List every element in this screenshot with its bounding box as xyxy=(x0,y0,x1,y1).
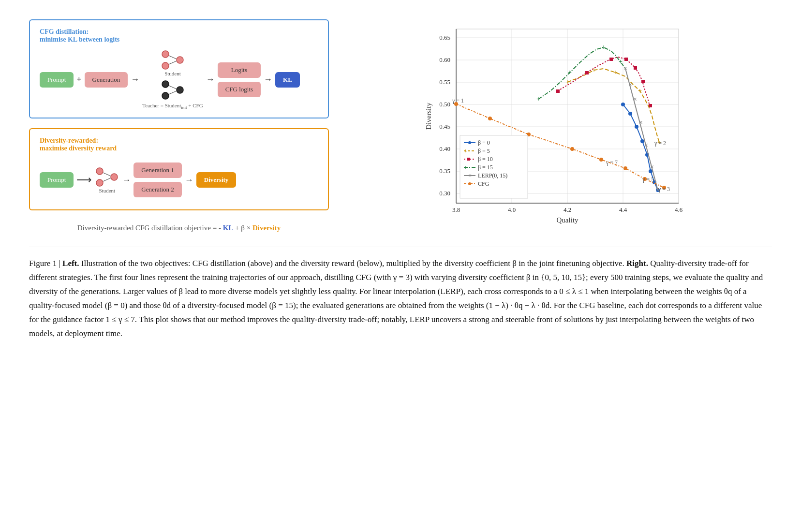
caption-left-bold: Left. xyxy=(62,259,79,268)
div-prompt-node: Prompt xyxy=(40,172,74,188)
svg-point-79 xyxy=(488,117,492,120)
svg-line-9 xyxy=(169,91,177,94)
svg-text:β = 10: β = 10 xyxy=(478,156,493,163)
svg-text:+: + xyxy=(568,69,572,76)
svg-rect-59 xyxy=(556,89,560,93)
caption-label: Figure 1 | xyxy=(29,259,60,268)
svg-rect-60 xyxy=(585,71,589,74)
svg-text:γ = 1: γ = 1 xyxy=(452,97,464,104)
svg-line-13 xyxy=(103,173,111,176)
cfg-cfglogits-node: CFG logits xyxy=(218,82,261,97)
svg-text:0.65: 0.65 xyxy=(439,34,450,41)
objective-diversity: Diversity xyxy=(252,224,281,232)
div-student-label: Student xyxy=(99,188,115,193)
cfg-generation-node: Generation xyxy=(85,72,128,88)
svg-text:0.30: 0.30 xyxy=(439,190,450,197)
svg-point-48 xyxy=(635,125,638,129)
div-gen2-node: Generation 2 xyxy=(134,182,182,197)
svg-text:4.2: 4.2 xyxy=(564,206,571,213)
svg-text:+: + xyxy=(614,69,618,76)
student-neural-icon xyxy=(161,49,185,71)
diversity-title: Diversity-rewarded: maximise diversity r… xyxy=(40,137,318,152)
svg-point-81 xyxy=(570,147,574,151)
cfg-arrow3: → xyxy=(264,74,272,85)
svg-text:Quality: Quality xyxy=(557,216,578,224)
svg-text:0.50: 0.50 xyxy=(439,101,450,108)
cfg-diagram-inner: Prompt + Generation → xyxy=(40,49,318,110)
svg-text:0.45: 0.45 xyxy=(439,123,450,130)
svg-text:+: + xyxy=(464,163,467,171)
svg-point-108 xyxy=(468,182,471,185)
svg-rect-65 xyxy=(649,104,652,107)
svg-text:γ = 2: γ = 2 xyxy=(654,140,666,147)
diversity-diagram-inner: Prompt ⟶ Student → Generation 1 xyxy=(40,158,318,202)
svg-text:×: × xyxy=(633,96,637,103)
svg-text:+: + xyxy=(619,58,623,65)
objective-line: Diversity-rewarded CFG distillation obje… xyxy=(29,224,329,232)
svg-point-7 xyxy=(177,87,183,93)
svg-point-0 xyxy=(162,51,169,58)
svg-text:+: + xyxy=(536,95,540,103)
svg-point-11 xyxy=(96,179,103,186)
svg-text:0.60: 0.60 xyxy=(439,56,450,63)
svg-point-47 xyxy=(628,112,632,116)
svg-text:β = 5: β = 5 xyxy=(478,148,490,154)
svg-text:γ = 3: γ = 3 xyxy=(658,186,670,192)
svg-text:γ = 5: γ = 5 xyxy=(642,176,654,183)
diversity-subtitle: maximise diversity reward xyxy=(40,145,117,152)
svg-text:×: × xyxy=(623,65,627,72)
svg-line-3 xyxy=(169,56,177,59)
teacher-neural-icon xyxy=(161,79,185,101)
svg-point-83 xyxy=(623,166,627,170)
svg-rect-99 xyxy=(467,158,470,161)
objective-text-mid: + β × xyxy=(235,224,251,232)
svg-text:β = 15: β = 15 xyxy=(478,164,493,171)
cfg-neural-col: Student Teacher = Studentinit + CFG xyxy=(142,49,203,110)
svg-text:×: × xyxy=(650,163,654,171)
svg-text:4.6: 4.6 xyxy=(675,206,683,213)
div-diversity-node: Diversity xyxy=(196,172,237,188)
caption-left-text: Illustration of the two objectives: CFG … xyxy=(79,259,624,268)
svg-text:×: × xyxy=(644,142,648,149)
svg-text:0.40: 0.40 xyxy=(439,145,450,152)
svg-text:+: + xyxy=(602,44,606,51)
svg-point-1 xyxy=(162,62,169,69)
chart-section: 3.8 4.0 4.2 4.4 4.6 0.30 0.35 0.40 0.45 … xyxy=(343,19,772,232)
svg-text:×: × xyxy=(628,81,632,89)
svg-text:0.35: 0.35 xyxy=(439,167,450,175)
caption-text: Figure 1 | Left. Illustration of the two… xyxy=(29,257,772,340)
div-student-neural-icon xyxy=(95,166,119,188)
svg-rect-64 xyxy=(641,80,645,83)
svg-text:+: + xyxy=(638,87,642,94)
div-outputs: Generation 1 Generation 2 xyxy=(134,163,182,197)
svg-text:β = 0: β = 0 xyxy=(478,139,490,146)
svg-rect-62 xyxy=(624,58,628,61)
svg-text:4.4: 4.4 xyxy=(619,206,627,213)
svg-text:×: × xyxy=(468,172,472,179)
diversity-title-main: Diversity-rewarded: xyxy=(40,137,98,144)
svg-text:LERP(0, 15): LERP(0, 15) xyxy=(478,172,507,179)
cfg-student-label: Student xyxy=(164,71,181,76)
cfg-arrow1: → xyxy=(131,74,139,85)
cfg-kl-node: KL xyxy=(275,72,300,88)
svg-line-8 xyxy=(169,86,177,89)
svg-line-4 xyxy=(169,61,177,64)
svg-point-6 xyxy=(162,92,169,99)
cfg-teacher-label: Teacher = Studentinit + CFG xyxy=(142,103,203,110)
svg-rect-63 xyxy=(634,66,637,70)
svg-text:CFG: CFG xyxy=(478,180,490,187)
svg-point-10 xyxy=(96,168,103,175)
svg-text:3.8: 3.8 xyxy=(452,206,460,213)
objective-text-before: Diversity-rewarded CFG distillation obje… xyxy=(77,224,221,232)
svg-text:4.0: 4.0 xyxy=(508,206,516,213)
cfg-outputs: Logits CFG logits xyxy=(218,62,261,97)
diversity-rewarded-box: Diversity-rewarded: maximise diversity r… xyxy=(29,128,329,210)
diagrams-section: CFG distillation: minimise KL between lo… xyxy=(29,19,329,232)
div-arrow2: → xyxy=(122,175,131,185)
svg-line-14 xyxy=(103,178,111,181)
div-arrow3: → xyxy=(185,175,193,185)
caption-section: Figure 1 | Left. Illustration of the two… xyxy=(29,247,772,340)
svg-text:+: + xyxy=(464,147,467,154)
svg-text:0.55: 0.55 xyxy=(439,78,450,86)
cfg-arrow2: → xyxy=(206,74,215,85)
